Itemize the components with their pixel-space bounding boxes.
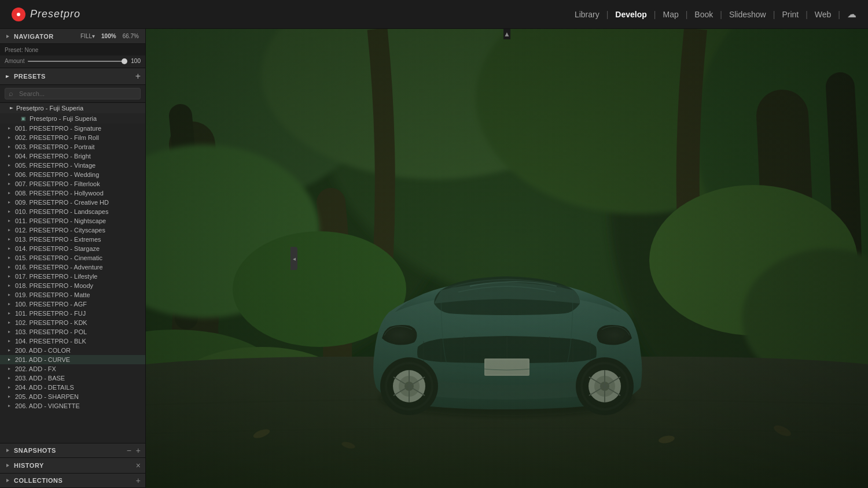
group-label-12: 013. PRESETPRO - Extremes	[15, 236, 101, 243]
add-preset-button[interactable]: +	[135, 72, 141, 81]
history-close-button[interactable]: ×	[136, 461, 141, 470]
preset-group-30[interactable]: 206. ADD - VIGNETTE	[0, 401, 145, 411]
left-panel-collapse-button[interactable]: ◂	[290, 247, 297, 270]
amount-value: 100	[131, 58, 141, 64]
preset-group-15[interactable]: 016. PRESETPRO - Adventure	[0, 263, 145, 272]
preset-group-7[interactable]: 008. PRESETPRO - Hollywood	[0, 188, 145, 198]
preset-group-6[interactable]: 007. PRESETPRO - Filterlook	[0, 179, 145, 188]
preset-group-1[interactable]: 002. PRESETPRO - Film Roll	[0, 133, 145, 142]
preset-group-28[interactable]: 204. ADD - DETAILS	[0, 383, 145, 392]
folder-fuji-superia[interactable]: Presetpro - Fuji Superia	[0, 103, 145, 113]
preset-group-19[interactable]: 100. PRESETPRO - AGF	[0, 300, 145, 309]
navigator-zoom-100[interactable]: 100%	[101, 33, 116, 39]
group-label-16: 017. PRESETPRO - Lifestyle	[15, 273, 97, 280]
preset-group-14[interactable]: 015. PRESETPRO - Cinematic	[0, 253, 145, 263]
group-label-6: 007. PRESETPRO - Filterlook	[15, 180, 100, 187]
svg-marker-19	[8, 257, 10, 259]
history-title: History	[14, 462, 136, 469]
svg-marker-12	[8, 192, 10, 194]
preset-group-24[interactable]: 200. ADD - COLOR	[0, 346, 145, 355]
svg-marker-37	[6, 464, 9, 467]
preset-group-17[interactable]: 018. PRESETPRO - Moody	[0, 281, 145, 290]
group-triangle-icon-7	[7, 191, 12, 195]
preset-group-22[interactable]: 103. PRESETPRO - POL	[0, 327, 145, 337]
svg-marker-15	[8, 220, 10, 222]
nav-web[interactable]: Web	[810, 8, 836, 21]
snapshots-add-button[interactable]: +	[136, 446, 141, 454]
history-header[interactable]: History ×	[0, 458, 145, 474]
group-triangle-icon-21	[7, 320, 12, 325]
nav-sep-5: |	[773, 10, 775, 19]
amount-slider[interactable]	[28, 61, 127, 62]
nav-develop[interactable]: Develop	[610, 8, 651, 21]
nav-sep-3: |	[686, 10, 688, 19]
svg-marker-24	[8, 303, 10, 305]
svg-marker-2	[6, 35, 9, 38]
group-triangle-icon-27	[7, 376, 12, 380]
preset-group-8[interactable]: 009. PRESETPRO - Creative HD	[0, 198, 145, 207]
preset-group-13[interactable]: 014. PRESETPRO - Stargaze	[0, 244, 145, 253]
group-label-4: 005. PRESETPRO - Vintage	[15, 162, 95, 169]
preset-group-4[interactable]: 005. PRESETPRO - Vintage	[0, 161, 145, 170]
group-triangle-icon-10	[7, 219, 12, 223]
navigator-header[interactable]: Navigator FILL▾ 100% 66.7%	[0, 29, 145, 44]
nav-library[interactable]: Library	[570, 8, 604, 21]
preset-group-25[interactable]: 201. ADD - CURVE	[0, 355, 145, 364]
preset-group-0[interactable]: 001. PRESETPRO - Signature	[0, 124, 145, 133]
snapshots-minus-button[interactable]: −	[127, 446, 131, 454]
svg-marker-9	[8, 164, 10, 167]
preset-group-29[interactable]: 205. ADD - SHARPEN	[0, 392, 145, 401]
nav-menu: Library | Develop | Map | Book | Slidesh…	[570, 8, 856, 21]
search-wrapper	[5, 88, 141, 99]
group-triangle-icon-28	[7, 385, 12, 390]
preset-group-20[interactable]: 101. PRESETPRO - FUJ	[0, 309, 145, 318]
search-bar	[0, 85, 145, 103]
navigator-zoom-66[interactable]: 66.7%	[121, 32, 141, 40]
group-label-5: 006. PRESETPRO - Wedding	[15, 171, 99, 178]
collections-add-button[interactable]: +	[136, 476, 141, 485]
navigator-zoom-fill[interactable]: FILL▾	[79, 32, 97, 40]
group-label-22: 103. PRESETPRO - POL	[15, 328, 87, 335]
cloud-icon[interactable]: ☁	[847, 9, 856, 20]
preset-group-10[interactable]: 011. PRESETPRO - Nightscape	[0, 216, 145, 225]
svg-marker-29	[8, 349, 10, 352]
group-label-0: 001. PRESETPRO - Signature	[15, 125, 101, 132]
preset-group-11[interactable]: 012. PRESETPRO - Cityscapes	[0, 225, 145, 235]
preset-group-27[interactable]: 203. ADD - BASE	[0, 374, 145, 383]
group-label-24: 200. ADD - COLOR	[15, 347, 71, 354]
preset-group-9[interactable]: 010. PRESETPRO - Landscapes	[0, 207, 145, 216]
preset-group-16[interactable]: 017. PRESETPRO - Lifestyle	[0, 272, 145, 281]
search-input[interactable]	[5, 88, 141, 99]
snapshots-controls: − +	[127, 446, 141, 454]
group-triangle-icon-16	[7, 274, 12, 279]
nav-sep-2: |	[654, 10, 656, 19]
nav-sep-4: |	[720, 10, 722, 19]
preset-group-12[interactable]: 013. PRESETPRO - Extremes	[0, 235, 145, 244]
image-area: ▲ ◂	[146, 29, 868, 488]
preset-group-5[interactable]: 006. PRESETPRO - Wedding	[0, 170, 145, 179]
svg-marker-30	[8, 358, 10, 361]
nav-map[interactable]: Map	[658, 8, 683, 21]
preset-group-2[interactable]: 003. PRESETPRO - Portrait	[0, 142, 145, 151]
sub-preset-fuji-superia[interactable]: ▣ Presetpro - Fuji Superia	[0, 113, 145, 124]
preset-group-3[interactable]: 004. PRESETPRO - Bright	[0, 151, 145, 161]
history-controls: ×	[136, 461, 141, 470]
preset-group-26[interactable]: 202. ADD - FX	[0, 364, 145, 374]
snapshots-header[interactable]: Snapshots − +	[0, 443, 145, 458]
group-triangle-icon-11	[7, 228, 12, 232]
group-label-2: 003. PRESETPRO - Portrait	[15, 143, 95, 150]
svg-marker-25	[8, 312, 10, 315]
nav-slideshow[interactable]: Slideshow	[724, 8, 771, 21]
amount-slider-thumb[interactable]	[122, 58, 127, 64]
presets-triangle-icon	[5, 73, 10, 79]
group-label-21: 102. PRESETPRO - KDK	[15, 319, 87, 326]
nav-print[interactable]: Print	[777, 8, 803, 21]
preset-group-18[interactable]: 019. PRESETPRO - Matte	[0, 290, 145, 300]
presets-list: Presetpro - Fuji Superia ▣ Presetpro - F…	[0, 103, 145, 443]
preset-group-21[interactable]: 102. PRESETPRO - KDK	[0, 318, 145, 327]
group-triangle-icon-20	[7, 311, 12, 316]
nav-book[interactable]: Book	[690, 8, 718, 21]
preset-group-23[interactable]: 104. PRESETPRO - BLK	[0, 337, 145, 346]
collections-header[interactable]: Collections +	[0, 474, 145, 488]
group-triangle-icon-25	[7, 357, 12, 362]
